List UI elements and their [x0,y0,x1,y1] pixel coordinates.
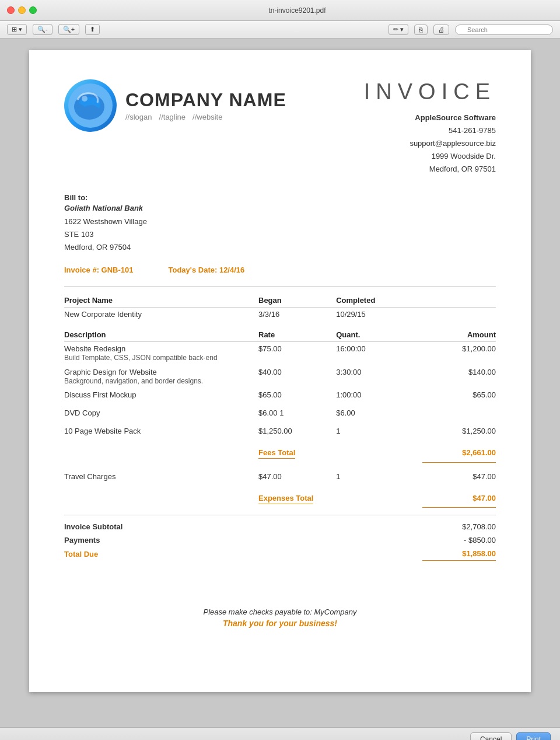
invoice-date-item: Today's Date: 12/4/16 [169,266,245,274]
expense1-desc: Travel Charges [64,470,258,483]
invoice-meta: Invoice #: GNB-101 Today's Date: 12/4/16 [64,266,496,274]
line-item-4: DVD Copy $6.00 1 $6.00 [64,406,496,420]
fullscreen-button[interactable] [29,6,37,14]
project-data-row: New Corporate Identity 3/3/16 10/29/15 [64,307,496,321]
cancel-button[interactable]: Cancel [470,732,512,740]
close-button[interactable] [7,6,15,14]
bill-to-section: Bill to: Goliath National Bank 1622 West… [64,193,496,253]
search-wrapper: 🔍 [455,25,553,35]
invoice-paper: COMPANY NAME //slogan //tagline //websit… [29,50,531,692]
item2-rate: $40.00 [258,365,336,389]
item5-desc: 10 Page Website Pack [64,424,258,438]
line-item-2: Graphic Design for Website Background, n… [64,365,496,389]
item1-desc: Website Redesign Build Template, CSS, JS… [64,341,258,365]
annotate-button[interactable]: ✏ ▾ [388,24,408,35]
fees-total-label: Fees Total [258,448,295,459]
spacer-row-6 [64,483,496,490]
project-name: New Corporate Identity [64,307,258,321]
item1-amount: $1,200.00 [422,341,496,365]
fees-total-row: Fees Total $2,661.00 [64,445,496,462]
item5-qty: 1 [336,424,422,438]
zoom-out-button[interactable]: 🔍- [33,24,52,35]
share-button[interactable]: ⬆ [85,24,100,35]
line-item-5: 10 Page Website Pack $1,250.00 1 $1,250.… [64,424,496,438]
company-text-block: COMPANY NAME //slogan //tagline //websit… [125,90,286,121]
divider-top [64,286,496,287]
fees-total-value: $2,661.00 [422,445,496,462]
expense1-rate: $47.00 [258,470,336,483]
line-item-1: Website Redesign Build Template, CSS, JS… [64,341,496,365]
totals-table: Invoice Subtotal $2,708.00 Payments - $8… [64,520,496,561]
project-completed: 10/29/15 [336,307,422,321]
total-due-label: Total Due [64,547,258,561]
item4-rate: $6.00 1 [258,406,336,420]
traffic-lights [7,6,37,14]
invoice-title-section: INVOICE AppleSource Software 541-261-978… [364,79,496,176]
divider-totals [64,515,496,515]
print-button[interactable]: Print [516,732,551,740]
footer-section: Please make checks payable to: MyCompany… [64,596,496,628]
footer-checks-text: Please make checks payable to: MyCompany [64,608,496,616]
item2-desc: Graphic Design for Website Background, n… [64,365,258,389]
project-began: 3/3/16 [258,307,336,321]
invoice-number-item: Invoice #: GNB-101 [64,266,134,274]
item3-amount: $65.00 [422,388,496,402]
payments-value: - $850.00 [422,533,496,547]
bill-to-info: Goliath National Bank 1622 Westshown Vil… [64,202,496,253]
print-toolbar-button[interactable]: 🖨 [433,25,449,35]
invoice-header: COMPANY NAME //slogan //tagline //websit… [64,79,496,176]
company-info: AppleSource Software 541-261-9785 suppor… [364,111,496,176]
search-input[interactable] [455,25,553,35]
project-name-header: Project Name [64,291,258,308]
item1-rate: $75.00 [258,341,336,365]
spacer-row-5 [64,462,496,470]
minimize-button[interactable] [18,6,26,14]
client-name: Goliath National Bank [64,202,496,215]
logo-section: COMPANY NAME //slogan //tagline //websit… [64,79,286,132]
item3-rate: $65.00 [258,388,336,402]
completed-header: Completed [336,291,422,308]
item4-qty: $6.00 [336,406,422,420]
total-due-value: $1,858.00 [422,547,496,561]
client-address3: Medford, OR 97504 [64,241,496,254]
item3-desc: Discuss First Mockup [64,388,258,402]
total-due-row: Total Due $1,858.00 [64,547,496,561]
rate-header: Rate [258,326,336,342]
amount-header: Amount [422,326,496,342]
subtotal-row: Invoice Subtotal $2,708.00 [64,520,496,533]
item1-qty: 16:00:00 [336,341,422,365]
client-address1: 1622 Westshown Village [64,215,496,228]
view-toggle-button[interactable]: ⊞ ▾ [7,24,27,35]
empty-header [422,291,496,308]
expense1-qty: 1 [336,470,422,483]
project-empty [422,307,496,321]
project-header-row: Project Name Began Completed [64,291,496,308]
item5-amount: $1,250.00 [422,424,496,438]
expenses-total-label: Expenses Total [258,494,313,504]
expenses-total-row: Expenses Total $47.00 [64,490,496,508]
client-address2: STE 103 [64,228,496,241]
line-item-3: Discuss First Mockup $65.00 1:00:00 $65.… [64,388,496,402]
content-area: COMPANY NAME //slogan //tagline //websit… [0,39,560,727]
spacer-row-4 [64,438,496,445]
subtotal-label: Invoice Subtotal [64,520,258,533]
bill-to-label: Bill to: [64,193,496,202]
quantity-header: Quant. [336,326,422,342]
payments-row: Payments - $850.00 [64,533,496,547]
payments-label: Payments [64,533,258,547]
spacer-row-2 [64,402,496,406]
spacer-row-3 [64,420,496,424]
copy-button[interactable]: ⎘ [414,25,428,35]
toolbar: ⊞ ▾ 🔍- 🔍+ ⬆ ✏ ▾ ⎘ 🖨 🔍 [0,21,560,39]
zoom-in-button[interactable]: 🔍+ [58,24,79,35]
expenses-total-value: $47.00 [422,490,496,508]
item5-rate: $1,250.00 [258,424,336,438]
invoice-table: Project Name Began Completed New Corpora… [64,291,496,508]
bottom-bar: Cancel Print [0,727,560,740]
item3-qty: 1:00:00 [336,388,422,402]
svg-point-2 [82,96,88,102]
began-header: Began [258,291,336,308]
description-header: Description [64,326,258,342]
invoice-title: INVOICE [364,79,496,104]
company-taglines: //slogan //tagline //website [125,113,286,121]
